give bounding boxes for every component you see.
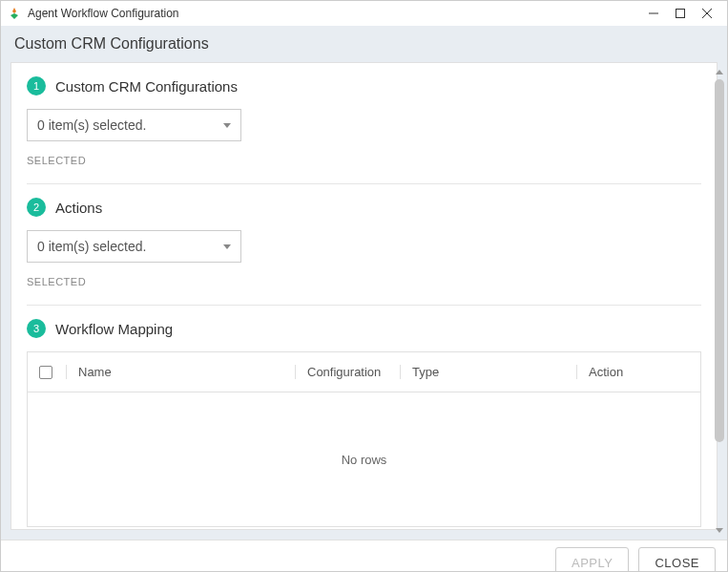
close-button-footer[interactable]: CLOSE	[638, 547, 716, 572]
step-custom-crm: 1 Custom CRM Configurations 0 item(s) se…	[27, 76, 701, 184]
step-number-3: 3	[27, 319, 46, 338]
column-type: Type	[400, 365, 576, 379]
close-button[interactable]	[700, 7, 714, 20]
column-configuration: Configuration	[295, 365, 400, 379]
step-actions: 2 Actions 0 item(s) selected. SELECTED	[27, 198, 701, 306]
scrollbar[interactable]	[714, 66, 725, 536]
actions-selected-label: SELECTED	[27, 276, 701, 287]
arrow-down-icon	[716, 528, 723, 533]
apply-button[interactable]: APPLY	[555, 547, 629, 572]
window-controls	[647, 7, 721, 20]
column-name: Name	[66, 365, 295, 379]
scroll-down-button[interactable]	[714, 524, 725, 536]
table-body: No rows	[28, 392, 700, 526]
page-title: Custom CRM Configurations	[14, 35, 209, 52]
svg-rect-1	[676, 10, 685, 18]
crm-select[interactable]: 0 item(s) selected.	[27, 109, 241, 141]
crm-selected-label: SELECTED	[27, 155, 701, 166]
scroll-up-button[interactable]	[714, 66, 725, 77]
step-title-1: Custom CRM Configurations	[55, 78, 238, 95]
actions-select-value: 0 item(s) selected.	[37, 239, 146, 254]
step-title-3: Workflow Mapping	[55, 321, 173, 337]
footer: APPLY CLOSE	[1, 540, 727, 572]
arrow-up-icon	[716, 70, 723, 74]
scroll-thumb[interactable]	[715, 79, 724, 442]
empty-rows-text: No rows	[342, 453, 387, 467]
window-title: Agent Workflow Configuration	[28, 7, 647, 20]
step-number-1: 1	[27, 76, 46, 95]
minimize-button[interactable]	[647, 7, 660, 20]
step-workflow-mapping: 3 Workflow Mapping Name Configuration Ty…	[27, 319, 701, 530]
page-header: Custom CRM Configurations	[1, 26, 727, 62]
titlebar: Agent Workflow Configuration	[1, 1, 727, 26]
crm-select-value: 0 item(s) selected.	[37, 117, 146, 133]
workflow-table: Name Configuration Type Action No rows	[27, 351, 701, 527]
chevron-down-icon	[223, 123, 231, 128]
step-title-2: Actions	[55, 200, 102, 216]
step-number-2: 2	[27, 198, 46, 217]
content-area: 1 Custom CRM Configurations 0 item(s) se…	[1, 62, 727, 540]
maximize-button[interactable]	[674, 7, 687, 20]
column-action: Action	[576, 365, 689, 379]
app-icon	[7, 6, 22, 21]
main-panel: 1 Custom CRM Configurations 0 item(s) se…	[10, 62, 718, 530]
chevron-down-icon	[223, 244, 231, 249]
select-all-checkbox[interactable]	[39, 366, 52, 379]
actions-select[interactable]: 0 item(s) selected.	[27, 230, 241, 263]
table-header: Name Configuration Type Action	[28, 352, 700, 392]
